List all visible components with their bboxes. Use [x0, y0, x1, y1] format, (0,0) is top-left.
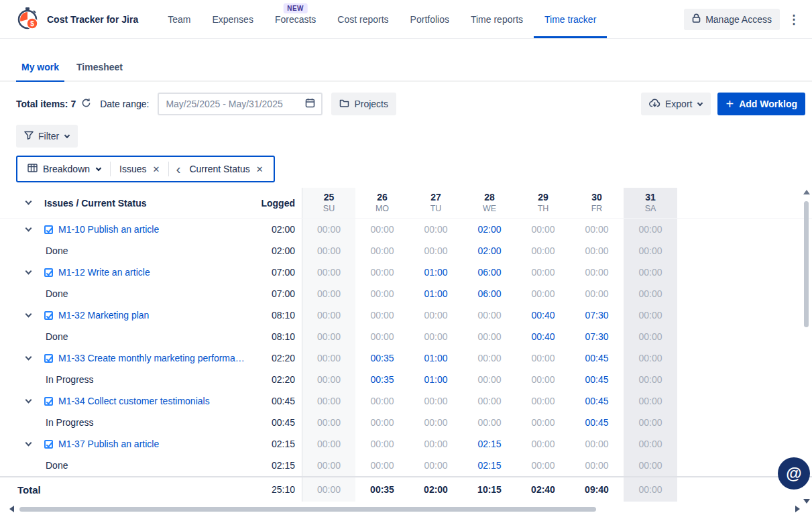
- worklog-cell[interactable]: 00:00: [463, 369, 516, 390]
- collapse-all-button[interactable]: [16, 188, 40, 218]
- manage-access-button[interactable]: Manage Access: [684, 9, 780, 30]
- worklog-cell[interactable]: 02:00: [463, 240, 516, 262]
- remove-current-status-chip-button[interactable]: ✕: [256, 165, 264, 174]
- worklog-cell[interactable]: 00:00: [624, 262, 677, 283]
- more-menu-button[interactable]: ⋮: [784, 9, 804, 30]
- worklog-cell[interactable]: 00:00: [355, 283, 409, 304]
- worklog-cell[interactable]: 07:30: [570, 326, 624, 347]
- worklog-cell[interactable]: 00:00: [409, 240, 463, 262]
- row-expander[interactable]: [16, 262, 40, 283]
- worklog-cell[interactable]: 00:45: [570, 369, 624, 390]
- worklog-cell[interactable]: 00:00: [624, 283, 677, 304]
- worklog-cell[interactable]: 00:00: [570, 219, 624, 240]
- worklog-cell[interactable]: 06:00: [463, 262, 516, 283]
- worklog-cell[interactable]: 00:00: [570, 283, 624, 304]
- worklog-cell[interactable]: 06:00: [463, 283, 516, 304]
- worklog-cell[interactable]: 00:35: [355, 369, 409, 390]
- issue-link[interactable]: M1-12 Write an article: [58, 267, 150, 278]
- worklog-cell[interactable]: 00:00: [302, 283, 355, 304]
- worklog-cell[interactable]: 00:40: [516, 326, 570, 347]
- nav-item-portfolios[interactable]: Portfolios: [400, 0, 460, 38]
- row-expander[interactable]: [16, 219, 40, 240]
- worklog-cell[interactable]: 00:00: [516, 369, 570, 390]
- worklog-cell[interactable]: 00:00: [302, 369, 355, 390]
- row-expander[interactable]: [16, 433, 40, 455]
- worklog-cell[interactable]: 00:00: [302, 390, 355, 412]
- worklog-cell[interactable]: 00:00: [302, 412, 355, 433]
- worklog-cell[interactable]: 00:00: [355, 412, 409, 433]
- worklog-cell[interactable]: 00:00: [516, 283, 570, 304]
- worklog-cell[interactable]: 00:00: [624, 219, 677, 240]
- remove-issues-chip-button[interactable]: ✕: [153, 165, 160, 174]
- worklog-cell[interactable]: 00:00: [302, 347, 355, 369]
- worklog-cell[interactable]: 01:00: [409, 262, 463, 283]
- worklog-cell[interactable]: 00:00: [570, 433, 624, 455]
- worklog-cell[interactable]: 00:00: [624, 433, 677, 455]
- worklog-cell[interactable]: 00:45: [570, 347, 624, 369]
- worklog-cell[interactable]: 00:00: [355, 262, 409, 283]
- worklog-cell[interactable]: 00:00: [409, 304, 463, 326]
- worklog-cell[interactable]: 00:00: [624, 390, 677, 412]
- nav-item-cost-reports[interactable]: Cost reports: [327, 0, 399, 38]
- nav-item-forecasts[interactable]: ForecastsNEW: [264, 0, 327, 38]
- worklog-cell[interactable]: 00:00: [355, 455, 409, 476]
- worklog-cell[interactable]: 00:00: [302, 240, 355, 262]
- worklog-cell[interactable]: 00:00: [355, 433, 409, 455]
- date-range-input[interactable]: May/25/2025 - May/31/2025: [158, 93, 323, 115]
- worklog-cell[interactable]: 00:00: [409, 412, 463, 433]
- horizontal-scroll-thumb[interactable]: [19, 507, 596, 512]
- scroll-down-arrow[interactable]: [803, 499, 810, 504]
- worklog-cell[interactable]: 00:00: [624, 347, 677, 369]
- worklog-cell[interactable]: 00:45: [570, 412, 624, 433]
- worklog-cell[interactable]: 00:40: [516, 304, 570, 326]
- worklog-cell[interactable]: 00:00: [624, 240, 677, 262]
- worklog-cell[interactable]: 00:00: [624, 304, 677, 326]
- worklog-cell[interactable]: 00:00: [355, 240, 409, 262]
- worklog-cell[interactable]: 00:00: [302, 219, 355, 240]
- issue-link[interactable]: M1-10 Publish an article: [58, 224, 159, 235]
- worklog-cell[interactable]: 00:00: [463, 326, 516, 347]
- add-worklog-button[interactable]: + Add Worklog: [717, 93, 805, 115]
- worklog-cell[interactable]: 00:00: [302, 304, 355, 326]
- worklog-cell[interactable]: 00:00: [463, 304, 516, 326]
- worklog-cell[interactable]: 00:00: [409, 433, 463, 455]
- worklog-cell[interactable]: 00:00: [409, 390, 463, 412]
- worklog-cell[interactable]: 00:00: [355, 219, 409, 240]
- filter-button[interactable]: Filter: [16, 125, 78, 148]
- worklog-cell[interactable]: 00:00: [516, 240, 570, 262]
- scroll-left-arrow[interactable]: [9, 506, 14, 512]
- worklog-cell[interactable]: 00:35: [355, 347, 409, 369]
- worklog-cell[interactable]: 01:00: [409, 283, 463, 304]
- worklog-cell[interactable]: 01:00: [409, 369, 463, 390]
- horizontal-scrollbar[interactable]: [9, 505, 800, 513]
- issue-link[interactable]: M1-34 Collect customer testimonials: [58, 396, 210, 406]
- collapse-chevron-left-button[interactable]: ‹: [171, 162, 180, 177]
- worklog-cell[interactable]: 00:00: [409, 219, 463, 240]
- issue-link[interactable]: M1-32 Marketing plan: [58, 310, 149, 321]
- worklog-cell[interactable]: 00:00: [624, 326, 677, 347]
- worklog-cell[interactable]: 00:00: [570, 262, 624, 283]
- worklog-cell[interactable]: 00:00: [516, 455, 570, 476]
- worklog-cell[interactable]: 00:00: [516, 262, 570, 283]
- worklog-cell[interactable]: 00:45: [570, 390, 624, 412]
- worklog-cell[interactable]: 00:00: [624, 455, 677, 476]
- issue-link[interactable]: M1-37 Publish an article: [58, 439, 159, 449]
- tab-timesheet[interactable]: Timesheet: [71, 54, 128, 82]
- scroll-up-arrow[interactable]: [803, 190, 810, 194]
- worklog-cell[interactable]: 00:00: [624, 369, 677, 390]
- worklog-cell[interactable]: 07:30: [570, 304, 624, 326]
- worklog-cell[interactable]: 00:00: [516, 219, 570, 240]
- worklog-cell[interactable]: 00:00: [302, 262, 355, 283]
- worklog-cell[interactable]: 00:00: [355, 304, 409, 326]
- vertical-scroll-thumb[interactable]: [804, 201, 809, 327]
- nav-item-time-reports[interactable]: Time reports: [460, 0, 534, 38]
- row-expander[interactable]: [16, 304, 40, 326]
- worklog-cell[interactable]: 00:00: [302, 455, 355, 476]
- worklog-cell[interactable]: 02:15: [463, 433, 516, 455]
- projects-button[interactable]: Projects: [331, 93, 396, 115]
- worklog-cell[interactable]: 00:00: [463, 412, 516, 433]
- worklog-cell[interactable]: 00:00: [355, 326, 409, 347]
- worklog-cell[interactable]: 00:00: [516, 347, 570, 369]
- issue-link[interactable]: M1-33 Create monthly marketing performan…: [58, 353, 248, 363]
- worklog-cell[interactable]: 00:00: [516, 433, 570, 455]
